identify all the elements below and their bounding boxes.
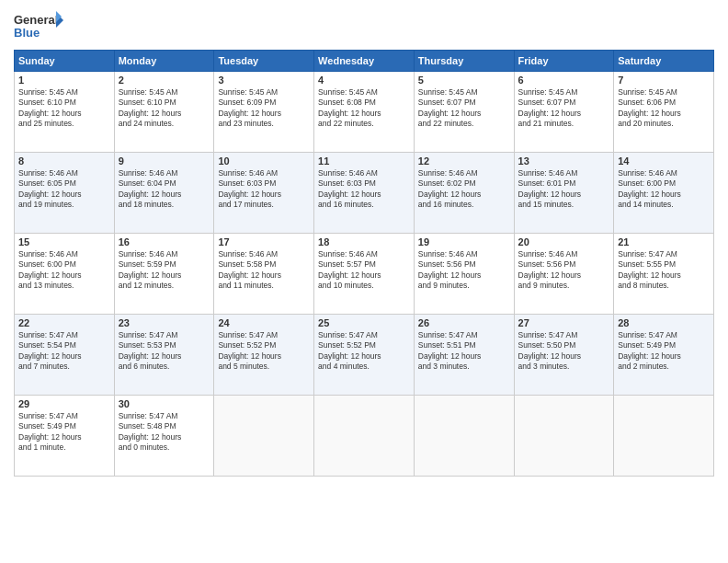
header-thursday: Thursday: [414, 51, 514, 72]
day-number: 1: [18, 75, 110, 86]
calendar-day-cell: 7Sunrise: 5:45 AM Sunset: 6:06 PM Daylig…: [614, 72, 714, 153]
day-number: 27: [518, 317, 610, 328]
calendar-day-cell: 8Sunrise: 5:46 AM Sunset: 6:05 PM Daylig…: [15, 153, 115, 234]
day-number: 23: [119, 317, 210, 328]
day-info: Sunrise: 5:45 AM Sunset: 6:07 PM Dayligh…: [518, 87, 610, 130]
day-number: 20: [518, 236, 610, 247]
calendar-week-row: 15Sunrise: 5:46 AM Sunset: 6:00 PM Dayli…: [15, 234, 714, 315]
day-number: 29: [18, 398, 110, 409]
day-number: 28: [618, 317, 710, 328]
day-info: Sunrise: 5:46 AM Sunset: 6:02 PM Dayligh…: [418, 168, 510, 211]
calendar-day-cell: 14Sunrise: 5:46 AM Sunset: 6:00 PM Dayli…: [614, 153, 714, 234]
header-tuesday: Tuesday: [214, 51, 314, 72]
day-info: Sunrise: 5:45 AM Sunset: 6:09 PM Dayligh…: [218, 87, 310, 130]
day-number: 5: [418, 75, 510, 86]
calendar-day-cell: 12Sunrise: 5:46 AM Sunset: 6:02 PM Dayli…: [414, 153, 514, 234]
day-number: 11: [318, 155, 410, 167]
day-number: 6: [518, 75, 610, 86]
calendar-day-cell: 16Sunrise: 5:46 AM Sunset: 5:59 PM Dayli…: [114, 234, 214, 315]
calendar-day-cell: 4Sunrise: 5:45 AM Sunset: 6:08 PM Daylig…: [314, 72, 415, 153]
calendar-day-cell: 18Sunrise: 5:46 AM Sunset: 5:57 PM Dayli…: [314, 234, 415, 315]
day-number: 8: [18, 155, 110, 167]
day-info: Sunrise: 5:46 AM Sunset: 5:57 PM Dayligh…: [318, 249, 410, 292]
day-number: 13: [518, 155, 610, 167]
day-number: 26: [418, 317, 510, 328]
logo-svg: General Blue: [14, 9, 64, 42]
calendar-day-cell: 25Sunrise: 5:47 AM Sunset: 5:52 PM Dayli…: [314, 315, 415, 396]
day-info: Sunrise: 5:47 AM Sunset: 5:54 PM Dayligh…: [18, 330, 110, 373]
calendar-day-cell: [414, 396, 514, 477]
header-wednesday: Wednesday: [314, 51, 415, 72]
day-info: Sunrise: 5:47 AM Sunset: 5:49 PM Dayligh…: [18, 411, 110, 454]
calendar-day-cell: 20Sunrise: 5:46 AM Sunset: 5:56 PM Dayli…: [514, 234, 614, 315]
calendar-day-cell: [314, 396, 415, 477]
calendar-day-cell: [214, 396, 314, 477]
day-number: 16: [119, 236, 210, 247]
day-number: 10: [218, 155, 310, 167]
day-number: 15: [18, 236, 110, 247]
page-container: General Blue Sunday Monday Tuesday Wedne…: [0, 0, 728, 563]
calendar-day-cell: 17Sunrise: 5:46 AM Sunset: 5:58 PM Dayli…: [214, 234, 314, 315]
header-friday: Friday: [514, 51, 614, 72]
day-info: Sunrise: 5:46 AM Sunset: 6:03 PM Dayligh…: [218, 168, 310, 211]
day-info: Sunrise: 5:46 AM Sunset: 5:58 PM Dayligh…: [218, 249, 310, 292]
day-info: Sunrise: 5:46 AM Sunset: 6:00 PM Dayligh…: [18, 249, 110, 292]
day-info: Sunrise: 5:46 AM Sunset: 6:04 PM Dayligh…: [119, 168, 210, 211]
header-monday: Monday: [114, 51, 214, 72]
day-number: 21: [618, 236, 710, 247]
calendar-week-row: 8Sunrise: 5:46 AM Sunset: 6:05 PM Daylig…: [15, 153, 714, 234]
day-number: 7: [618, 75, 710, 86]
day-info: Sunrise: 5:47 AM Sunset: 5:52 PM Dayligh…: [318, 330, 410, 373]
day-number: 12: [418, 155, 510, 167]
day-number: 17: [218, 236, 310, 247]
day-info: Sunrise: 5:47 AM Sunset: 5:50 PM Dayligh…: [518, 330, 610, 373]
calendar-day-cell: 15Sunrise: 5:46 AM Sunset: 6:00 PM Dayli…: [15, 234, 115, 315]
calendar-table: Sunday Monday Tuesday Wednesday Thursday…: [14, 50, 714, 477]
day-number: 24: [218, 317, 310, 328]
day-info: Sunrise: 5:46 AM Sunset: 6:03 PM Dayligh…: [318, 168, 410, 211]
header-sunday: Sunday: [15, 51, 115, 72]
calendar-day-cell: 2Sunrise: 5:45 AM Sunset: 6:10 PM Daylig…: [114, 72, 214, 153]
day-info: Sunrise: 5:46 AM Sunset: 6:01 PM Dayligh…: [518, 168, 610, 211]
day-info: Sunrise: 5:46 AM Sunset: 5:56 PM Dayligh…: [418, 249, 510, 292]
day-info: Sunrise: 5:47 AM Sunset: 5:52 PM Dayligh…: [218, 330, 310, 373]
day-number: 2: [119, 75, 210, 86]
day-info: Sunrise: 5:45 AM Sunset: 6:08 PM Dayligh…: [318, 87, 410, 130]
calendar-day-cell: 30Sunrise: 5:47 AM Sunset: 5:48 PM Dayli…: [114, 396, 214, 477]
calendar-week-row: 29Sunrise: 5:47 AM Sunset: 5:49 PM Dayli…: [15, 396, 714, 477]
day-number: 25: [318, 317, 410, 328]
calendar-day-cell: 28Sunrise: 5:47 AM Sunset: 5:49 PM Dayli…: [614, 315, 714, 396]
calendar-day-cell: 3Sunrise: 5:45 AM Sunset: 6:09 PM Daylig…: [214, 72, 314, 153]
weekday-header-row: Sunday Monday Tuesday Wednesday Thursday…: [15, 51, 714, 72]
day-number: 30: [119, 398, 210, 409]
day-number: 22: [18, 317, 110, 328]
day-info: Sunrise: 5:46 AM Sunset: 5:56 PM Dayligh…: [518, 249, 610, 292]
day-info: Sunrise: 5:46 AM Sunset: 5:59 PM Dayligh…: [119, 249, 210, 292]
calendar-day-cell: 26Sunrise: 5:47 AM Sunset: 5:51 PM Dayli…: [414, 315, 514, 396]
day-info: Sunrise: 5:47 AM Sunset: 5:48 PM Dayligh…: [119, 411, 210, 454]
calendar-day-cell: 27Sunrise: 5:47 AM Sunset: 5:50 PM Dayli…: [514, 315, 614, 396]
calendar-day-cell: 22Sunrise: 5:47 AM Sunset: 5:54 PM Dayli…: [15, 315, 115, 396]
day-info: Sunrise: 5:47 AM Sunset: 5:51 PM Dayligh…: [418, 330, 510, 373]
day-info: Sunrise: 5:47 AM Sunset: 5:49 PM Dayligh…: [618, 330, 710, 373]
calendar-day-cell: 6Sunrise: 5:45 AM Sunset: 6:07 PM Daylig…: [514, 72, 614, 153]
day-info: Sunrise: 5:45 AM Sunset: 6:10 PM Dayligh…: [18, 87, 110, 130]
day-info: Sunrise: 5:45 AM Sunset: 6:10 PM Dayligh…: [119, 87, 210, 130]
calendar-day-cell: 13Sunrise: 5:46 AM Sunset: 6:01 PM Dayli…: [514, 153, 614, 234]
page-header: General Blue: [14, 9, 714, 42]
calendar-day-cell: 29Sunrise: 5:47 AM Sunset: 5:49 PM Dayli…: [15, 396, 115, 477]
day-info: Sunrise: 5:47 AM Sunset: 5:55 PM Dayligh…: [618, 249, 710, 292]
svg-text:General: General: [14, 13, 58, 27]
calendar-day-cell: 24Sunrise: 5:47 AM Sunset: 5:52 PM Dayli…: [214, 315, 314, 396]
day-number: 3: [218, 75, 310, 86]
day-number: 4: [318, 75, 410, 86]
day-info: Sunrise: 5:46 AM Sunset: 6:00 PM Dayligh…: [618, 168, 710, 211]
calendar-day-cell: 19Sunrise: 5:46 AM Sunset: 5:56 PM Dayli…: [414, 234, 514, 315]
day-number: 9: [119, 155, 210, 167]
day-number: 14: [618, 155, 710, 167]
calendar-day-cell: [514, 396, 614, 477]
calendar-day-cell: 21Sunrise: 5:47 AM Sunset: 5:55 PM Dayli…: [614, 234, 714, 315]
calendar-week-row: 1Sunrise: 5:45 AM Sunset: 6:10 PM Daylig…: [15, 72, 714, 153]
day-info: Sunrise: 5:46 AM Sunset: 6:05 PM Dayligh…: [18, 168, 110, 211]
calendar-day-cell: 11Sunrise: 5:46 AM Sunset: 6:03 PM Dayli…: [314, 153, 415, 234]
